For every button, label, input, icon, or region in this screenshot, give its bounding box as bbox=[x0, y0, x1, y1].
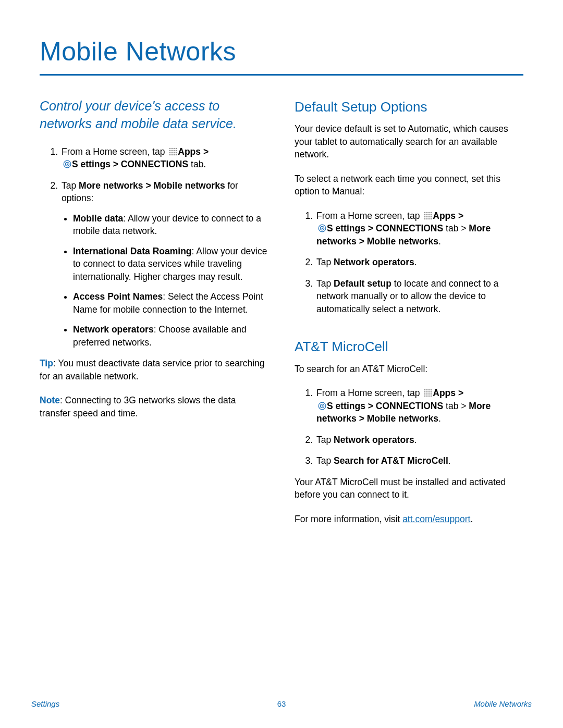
note-text: : Connecting to 3G networks slows the da… bbox=[40, 395, 236, 418]
sec2-p2: Your AT&T MicroCell must be installed an… bbox=[295, 476, 523, 501]
text: tab > bbox=[443, 223, 469, 233]
gt: > bbox=[456, 211, 463, 221]
text: Tap bbox=[62, 180, 79, 191]
bold: Network operators bbox=[334, 257, 414, 267]
settings-label: S ettings bbox=[327, 223, 365, 233]
text: From a Home screen, tap bbox=[316, 211, 422, 221]
footer-page-number: 63 bbox=[31, 699, 532, 708]
tip-text: : You must deactivate data service prior… bbox=[40, 358, 265, 381]
bullet-network-operators: Network operators: Choose available and … bbox=[73, 323, 268, 349]
esupport-link[interactable]: att.com/esupport bbox=[402, 514, 470, 524]
left-step-1: From a Home screen, tap Apps > S ettings… bbox=[60, 145, 268, 171]
intro-text: Control your device's access to networks… bbox=[40, 97, 268, 133]
text: . bbox=[448, 455, 451, 466]
label: Access Point Names bbox=[73, 291, 163, 302]
text: tab > bbox=[443, 401, 469, 411]
text: . bbox=[414, 435, 417, 445]
gt: > bbox=[365, 401, 376, 411]
sec1-steps: From a Home screen, tap Apps > S ettings… bbox=[295, 209, 523, 316]
sec2-step-3: Tap Search for AT&T MicroCell. bbox=[315, 454, 523, 467]
text: From a Home screen, tap bbox=[316, 388, 422, 398]
sec2-step-2: Tap Network operators. bbox=[315, 434, 523, 447]
label: Mobile data bbox=[73, 213, 123, 224]
apps-grid-icon bbox=[424, 389, 432, 397]
gt: > bbox=[365, 223, 376, 233]
text: Tap bbox=[316, 455, 334, 466]
sec1-p2: To select a network each time you connec… bbox=[295, 172, 523, 198]
apps-label: Apps bbox=[433, 211, 456, 221]
text: tab. bbox=[188, 159, 206, 169]
text: Tap bbox=[316, 435, 334, 445]
page: Mobile Networks Control your device's ac… bbox=[0, 0, 563, 728]
settings-label: S ettings bbox=[327, 401, 365, 411]
connections-label: CONNECTIONS bbox=[121, 159, 188, 169]
text: . bbox=[438, 236, 441, 246]
text: For more information, visit bbox=[295, 514, 402, 524]
note: Note: Connecting to 3G networks slows th… bbox=[40, 394, 268, 419]
title-rule bbox=[40, 74, 523, 76]
gt: > bbox=[456, 388, 463, 398]
gt: > bbox=[201, 146, 209, 157]
tip: Tip: You must deactivate data service pr… bbox=[40, 357, 268, 382]
bold: Search for AT&T MicroCell bbox=[334, 455, 448, 466]
settings-gear-icon bbox=[63, 160, 71, 168]
sec2-step-1: From a Home screen, tap Apps > S ettings… bbox=[315, 387, 523, 425]
left-steps: From a Home screen, tap Apps > S ettings… bbox=[40, 145, 268, 349]
sec2-steps: From a Home screen, tap Apps > S ettings… bbox=[295, 387, 523, 467]
apps-grid-icon bbox=[169, 147, 177, 156]
heading-default-setup: Default Setup Options bbox=[295, 97, 523, 116]
bullet-intl-roaming: International Data Roaming: Allow your d… bbox=[73, 245, 268, 283]
left-column: Control your device's access to networks… bbox=[40, 97, 268, 537]
left-bullets: Mobile data: Allow your device to connec… bbox=[62, 212, 268, 349]
bullet-apn: Access Point Names: Select the Access Po… bbox=[73, 290, 268, 316]
sec1-step-3: Tap Default setup to locate and connect … bbox=[315, 277, 523, 316]
page-title: Mobile Networks bbox=[40, 36, 523, 67]
right-column: Default Setup Options Your device defaul… bbox=[295, 97, 523, 537]
page-footer: Settings 63 Mobile Networks bbox=[31, 699, 532, 708]
settings-label: S ettings bbox=[72, 159, 111, 169]
text: . bbox=[414, 257, 417, 267]
heading-att-microcell: AT&T MicroCell bbox=[295, 337, 523, 356]
sec1-step-1: From a Home screen, tap Apps > S ettings… bbox=[315, 209, 523, 248]
gt: > bbox=[111, 159, 121, 169]
sec2-p1: To search for an AT&T MicroCell: bbox=[295, 363, 523, 376]
text: Tap bbox=[316, 278, 334, 289]
text: . bbox=[438, 413, 441, 424]
apps-grid-icon bbox=[424, 212, 432, 220]
sec1-step-2: Tap Network operators. bbox=[315, 256, 523, 269]
connections-label: CONNECTIONS bbox=[376, 223, 443, 233]
label: International Data Roaming bbox=[73, 246, 192, 256]
settings-gear-icon bbox=[318, 224, 326, 232]
left-step-2: Tap More networks > Mobile networks for … bbox=[60, 179, 268, 349]
bold: Default setup bbox=[334, 278, 391, 289]
tip-label: Tip bbox=[40, 358, 53, 368]
text: Tap bbox=[316, 257, 334, 267]
content-columns: Control your device's access to networks… bbox=[40, 97, 523, 537]
text: From a Home screen, tap bbox=[62, 146, 167, 157]
sec1-p1: Your device default is set to Automatic,… bbox=[295, 122, 523, 161]
settings-gear-icon bbox=[318, 402, 326, 410]
connections-label: CONNECTIONS bbox=[376, 401, 443, 411]
bold: Network operators bbox=[334, 435, 414, 445]
note-label: Note bbox=[40, 395, 60, 405]
sec2-p3: For more information, visit att.com/esup… bbox=[295, 513, 523, 526]
apps-label: Apps bbox=[178, 146, 201, 157]
bold: More networks > Mobile networks bbox=[79, 180, 225, 191]
text: . bbox=[471, 514, 473, 524]
label: Network operators bbox=[73, 324, 154, 335]
apps-label: Apps bbox=[433, 388, 456, 398]
bullet-mobile-data: Mobile data: Allow your device to connec… bbox=[73, 212, 268, 238]
